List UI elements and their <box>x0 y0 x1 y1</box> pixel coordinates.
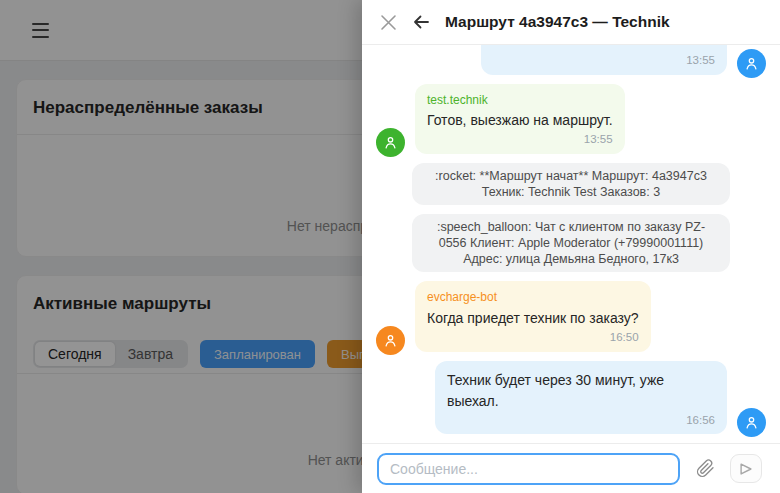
avatar <box>376 326 405 355</box>
message-time: 16:50 <box>427 331 639 345</box>
message-text: Готов, выезжаю на маршрут. <box>427 110 613 131</box>
message-text: :speech_balloon: Чат с клиентом по заказ… <box>412 214 730 272</box>
message-incoming-bot: evcharge-bot Когда приедет техник по зак… <box>376 281 766 351</box>
message-outgoing-reply: Техник будет через 30 минут, уже выехал.… <box>376 361 766 435</box>
message-sender: test.technik <box>427 93 613 109</box>
message-input[interactable] <box>377 453 680 485</box>
attach-button[interactable] <box>693 457 717 481</box>
message-outgoing-clipped: 13:55 <box>376 45 766 75</box>
message-time: 13:55 <box>493 54 715 68</box>
close-icon[interactable] <box>380 14 397 31</box>
send-icon <box>738 461 754 477</box>
route-chat-panel: Маршрут 4a3947c3 — Technik 13:55 <box>362 0 780 493</box>
message-sender: evcharge-bot <box>427 290 639 306</box>
chat-title: Маршрут 4a3947c3 — Technik <box>445 13 670 31</box>
back-icon[interactable] <box>412 14 430 30</box>
message-text: :rocket: **Маршрут начат** Маршрут: 4a39… <box>412 163 730 205</box>
clipped-message-text <box>493 45 715 52</box>
person-icon <box>743 414 760 431</box>
message-time: 16:56 <box>447 414 715 428</box>
paperclip-icon <box>696 459 715 478</box>
chat-message-list[interactable]: 13:55 test.technik Готов, выезжаю на мар… <box>362 45 780 443</box>
person-icon <box>382 332 399 349</box>
message-incoming-technik: test.technik Готов, выезжаю на маршрут. … <box>376 84 766 154</box>
message-text: Когда приедет техник по заказу? <box>427 308 639 329</box>
avatar <box>737 49 766 78</box>
avatar <box>737 408 766 437</box>
person-icon <box>743 55 760 72</box>
message-text: Техник будет через 30 минут, уже выехал. <box>447 370 715 412</box>
avatar <box>376 128 405 157</box>
message-time: 13:55 <box>427 133 613 147</box>
chat-composer <box>362 443 780 493</box>
message-system-client-chat: :speech_balloon: Чат с клиентом по заказ… <box>376 214 766 272</box>
message-system-route-started: :rocket: **Маршрут начат** Маршрут: 4a39… <box>376 163 766 205</box>
send-button[interactable] <box>730 454 762 483</box>
chat-header: Маршрут 4a3947c3 — Technik <box>362 0 780 45</box>
person-icon <box>382 134 399 151</box>
